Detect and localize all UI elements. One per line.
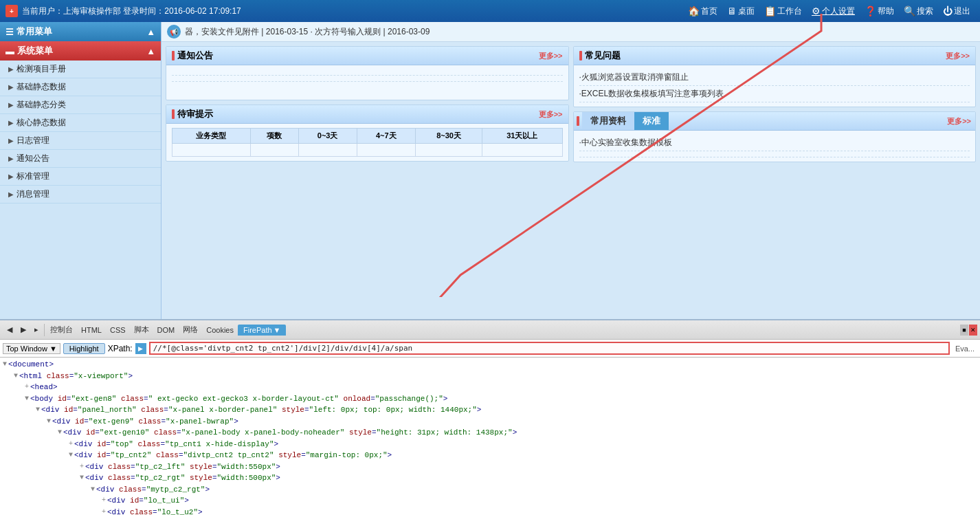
- expand-icon[interactable]: ▼: [25, 393, 29, 404]
- nav-search[interactable]: 🔍 搜索: [900, 4, 937, 19]
- banner-icon: 📢: [167, 25, 181, 39]
- source-line: + <div id="top" class="tp_cnt1 x-hide-di…: [0, 439, 980, 450]
- col-31plus: 31天以上: [482, 129, 562, 144]
- source-line: ▼ <body id="ext-gen8" class=" ext-gecko …: [0, 393, 980, 405]
- expand-icon[interactable]: ▼: [47, 416, 51, 426]
- devtools-close-btn[interactable]: ✕: [969, 325, 977, 336]
- cards-area: 通知公告 更多>> 待审提示: [162, 42, 980, 319]
- expand-icon[interactable]: ▼: [91, 484, 95, 494]
- dt-tab-css[interactable]: CSS: [106, 325, 130, 336]
- source-line: ▼ <div id="panel_north" class="x-panel x…: [0, 404, 980, 416]
- expand-icon[interactable]: ▼: [36, 404, 40, 415]
- tab-materials[interactable]: 常用资料: [582, 112, 634, 130]
- firepath-tab[interactable]: FirePath ▼: [238, 325, 286, 336]
- source-line: + <div class="lo_t_u2">: [0, 507, 980, 516]
- sidebar-item-basic-category[interactable]: ▶ 基础静态分类: [0, 96, 161, 114]
- sidebar-item-core-static[interactable]: ▶ 核心静态数据: [0, 114, 161, 132]
- notice-more-link[interactable]: 更多>>: [539, 51, 563, 61]
- materials-card-header: 常用资料 标准 更多>>: [574, 112, 976, 131]
- materials-more-link[interactable]: 更多>>: [947, 116, 971, 127]
- settings-icon: ⚙: [812, 6, 821, 17]
- user-info: + 当前用户：上海审核操作部 登录时间：2016-06-02 17:09:17: [5, 5, 684, 17]
- nav-logout[interactable]: ⏻ 退出: [939, 4, 975, 19]
- red-bar-decoration4: [577, 116, 579, 126]
- faq-item-1: ·火狐浏览器设置取消弹窗阻止: [579, 69, 970, 86]
- dt-btn-inspect[interactable]: ▸: [30, 324, 43, 336]
- left-column: 通知公告 更多>> 待审提示: [166, 46, 569, 315]
- main-layout: ☰ 常用菜单 ▲ ▬ 系统菜单 ▲ ▶ 检测项目手册 ▶ 基础静态数据 ▶ 基础…: [0, 22, 980, 319]
- dt-btn-back[interactable]: ◀: [3, 324, 16, 336]
- expand-icon[interactable]: ▼: [3, 359, 7, 369]
- sidebar-item-inspection[interactable]: ▶ 检测项目手册: [0, 61, 161, 78]
- nav-help[interactable]: ❓ 帮助: [860, 4, 898, 19]
- source-line: ▼ <div id="ext-gen10" class="x-panel-bod…: [0, 427, 980, 439]
- table-row: [172, 144, 563, 157]
- expand-icon[interactable]: +: [25, 382, 29, 392]
- top-window-dropdown[interactable]: Top Window ▼: [3, 343, 60, 354]
- nav-personal-settings[interactable]: ⚙ 个人设置: [808, 4, 859, 19]
- dt-tab-html[interactable]: HTML: [77, 325, 106, 336]
- dt-tab-dom[interactable]: DOM: [153, 325, 179, 336]
- red-bar-decoration3: [579, 51, 582, 61]
- right-column: 常见问题 更多>> ·火狐浏览器设置取消弹窗阻止 ·EXCEL数据收集模板填写注…: [573, 46, 977, 315]
- expand-icon[interactable]: ▼: [14, 371, 18, 381]
- nav-home[interactable]: 🏠 首页: [684, 4, 722, 19]
- col-business-type: 业务类型: [172, 129, 251, 144]
- devtools-collapse-btn[interactable]: ■: [960, 325, 968, 336]
- expand-icon[interactable]: +: [69, 439, 73, 449]
- highlight-button[interactable]: Highlight: [63, 343, 105, 354]
- common-menu-toggle[interactable]: ▲: [146, 27, 155, 37]
- arrow-icon: ▶: [8, 101, 14, 109]
- expand-icon[interactable]: ▼: [80, 472, 84, 483]
- source-line: ▼ <div id="ext-gen9" class="x-panel-bwra…: [0, 416, 980, 428]
- dt-tab-script[interactable]: 脚本: [130, 323, 153, 336]
- nav-workbench[interactable]: 📋 工作台: [760, 4, 806, 19]
- dt-tab-console[interactable]: 控制台: [46, 323, 77, 336]
- sidebar-item-standards[interactable]: ▶ 标准管理: [0, 168, 161, 186]
- home-icon: 🏠: [688, 6, 700, 17]
- source-line: ▼ <html class="x-viewport">: [0, 371, 980, 382]
- expand-icon[interactable]: ▼: [58, 427, 62, 437]
- expand-icon[interactable]: +: [102, 495, 106, 505]
- help-icon: ❓: [865, 6, 876, 17]
- tab-standards[interactable]: 标准: [634, 112, 669, 130]
- col-count: 项数: [250, 129, 298, 144]
- sidebar-item-log[interactable]: ▶ 日志管理: [0, 132, 161, 150]
- review-card: 待审提示 更多>> 业务类型 项数 0~3天 4~7天: [166, 105, 569, 162]
- app-logo: +: [5, 5, 18, 17]
- system-menu-toggle[interactable]: ▲: [146, 46, 155, 56]
- sidebar-item-messages[interactable]: ▶ 消息管理: [0, 186, 161, 204]
- xpath-label: XPath:: [108, 344, 133, 353]
- expand-icon[interactable]: ▼: [69, 450, 73, 460]
- faq-content: ·火狐浏览器设置取消弹窗阻止 ·EXCEL数据收集模板填写注意事项列表: [574, 65, 976, 107]
- dt-tab-network[interactable]: 网络: [179, 323, 202, 336]
- source-line: + <head>: [0, 382, 980, 393]
- sidebar-item-notice[interactable]: ▶ 通知公告: [0, 150, 161, 168]
- sidebar-item-label: 基础静态数据: [16, 81, 66, 93]
- dt-tab-cookies[interactable]: Cookies: [202, 325, 238, 336]
- xpath-arrow-btn[interactable]: ▶: [135, 343, 146, 354]
- logout-icon: ⏻: [943, 6, 953, 17]
- workbench-icon: 📋: [764, 6, 776, 17]
- materials-content: ·中心实验室收集数据模板: [574, 131, 976, 162]
- xpath-input[interactable]: [149, 342, 950, 355]
- common-menu-label: 常用菜单: [16, 25, 52, 38]
- firepath-label: FirePath: [243, 326, 272, 334]
- review-more-link[interactable]: 更多>>: [539, 109, 563, 120]
- red-bar-decoration2: [172, 109, 175, 119]
- notice-content: [166, 65, 568, 100]
- common-menu-header: ☰ 常用菜单 ▲: [0, 22, 161, 41]
- nav-desktop[interactable]: 🖥 桌面: [723, 4, 759, 19]
- sidebar-item-label: 标准管理: [16, 171, 49, 182]
- faq-more-link[interactable]: 更多>>: [946, 51, 970, 61]
- arrow-icon: ▶: [8, 65, 14, 73]
- html-source[interactable]: ▼ <document> ▼ <html class="x-viewport">…: [0, 358, 980, 515]
- sidebar-item-basic-static[interactable]: ▶ 基础静态数据: [0, 78, 161, 96]
- source-line: ▼ <div id="tp_cnt2" class="divtp_cnt2 tp…: [0, 450, 980, 461]
- notice-title: 通知公告: [177, 50, 213, 62]
- notice-card-header: 通知公告 更多>>: [166, 47, 568, 65]
- expand-icon[interactable]: +: [102, 507, 106, 516]
- dt-btn-forward[interactable]: ▶: [16, 324, 30, 336]
- expand-icon[interactable]: +: [80, 461, 84, 472]
- source-line: ▼ <div class="mytp_c2_rgt">: [0, 484, 980, 496]
